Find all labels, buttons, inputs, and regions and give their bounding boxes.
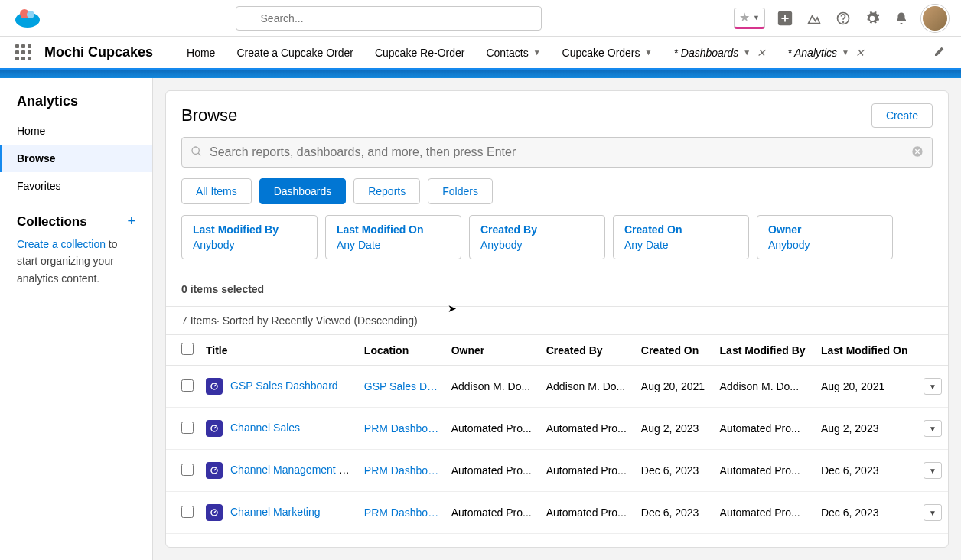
filter-chip-reports[interactable]: Reports — [353, 178, 420, 204]
table-row: Channel SalesPRM Dashboar...Automated Pr… — [166, 408, 948, 450]
item-title-link[interactable]: Channel Sales — [230, 422, 300, 434]
filter-created-on[interactable]: Created OnAny Date — [613, 215, 749, 259]
svg-point-7 — [843, 21, 844, 22]
sidebar-title: Analytics — [0, 93, 152, 117]
chevron-down-icon[interactable]: ▼ — [842, 48, 849, 57]
nav-tab-cupcake-re-order[interactable]: Cupcake Re-Order — [364, 37, 476, 68]
item-location-link[interactable]: GSP Sales Das... — [358, 366, 445, 408]
column-owner[interactable]: Owner — [445, 335, 540, 366]
favorites-menu[interactable]: ★ ▼ — [734, 8, 765, 29]
chevron-down-icon[interactable]: ▼ — [533, 48, 541, 57]
column-created-by[interactable]: Created By — [540, 335, 635, 366]
filter-created-by[interactable]: Created ByAnybody — [469, 215, 605, 259]
row-checkbox[interactable] — [181, 464, 194, 476]
trailhead-icon[interactable] — [805, 9, 823, 28]
filter-chip-folders[interactable]: Folders — [428, 178, 493, 204]
help-icon[interactable] — [834, 9, 852, 28]
cell-modified_on: Dec 6, 2023 — [815, 450, 917, 492]
app-launcher-icon[interactable] — [12, 42, 34, 63]
nav-tab-label: Home — [187, 47, 215, 59]
clear-search-icon[interactable] — [911, 145, 924, 161]
dashboard-icon — [206, 420, 223, 437]
svg-point-8 — [192, 147, 199, 154]
filter-label: Last Modified By — [193, 223, 306, 236]
notifications-icon[interactable] — [892, 9, 911, 28]
select-all-checkbox[interactable] — [181, 343, 194, 355]
cell-created_by: Automated Pro... — [540, 450, 635, 492]
table-row: Channel Management Ov...PRM Dashboar...A… — [166, 450, 948, 492]
global-search-input[interactable] — [236, 6, 542, 31]
sidebar-item-home[interactable]: Home — [0, 117, 152, 145]
svg-point-2 — [27, 11, 34, 18]
user-avatar[interactable] — [921, 5, 949, 32]
close-tab-icon[interactable]: ✕ — [855, 47, 865, 59]
filter-last-modified-by[interactable]: Last Modified ByAnybody — [181, 215, 318, 259]
nav-tab--dashboards[interactable]: * Dashboards▼✕ — [663, 37, 777, 68]
item-location-link[interactable]: PRM Dashboar... — [358, 450, 445, 492]
column-title[interactable]: Title — [200, 335, 358, 366]
salesforce-logo[interactable] — [12, 3, 43, 34]
row-checkbox[interactable] — [181, 422, 194, 434]
filter-value: Any Date — [624, 239, 738, 251]
add-collection-icon[interactable]: + — [127, 213, 135, 230]
settings-icon[interactable] — [863, 9, 881, 28]
item-title-link[interactable]: GSP Sales Dashboard — [230, 379, 338, 392]
column-created-on[interactable]: Created On — [635, 335, 714, 366]
cell-created_on: Dec 6, 2023 — [635, 492, 714, 534]
browse-search-input[interactable] — [181, 137, 933, 168]
nav-tab-home[interactable]: Home — [176, 37, 226, 68]
nav-tab-label: * Analytics — [787, 47, 837, 59]
row-actions-menu[interactable]: ▼ — [924, 462, 942, 479]
global-header: ★ ▼ — [0, 0, 961, 37]
close-tab-icon[interactable]: ✕ — [757, 47, 766, 59]
filter-chip-all-items[interactable]: All Items — [181, 178, 252, 204]
row-actions-menu[interactable]: ▼ — [924, 378, 942, 395]
edit-nav-icon[interactable] — [924, 45, 955, 60]
nav-tab-label: * Dashboards — [673, 47, 738, 59]
item-location-link[interactable]: PRM Dashboar... — [358, 408, 445, 450]
browse-panel: Browse Create All ItemsDashboardsReports… — [165, 90, 949, 548]
app-name: Mochi Cupcakes — [44, 44, 153, 60]
table-row: GSP Sales DashboardGSP Sales Das...Addis… — [166, 366, 948, 408]
blue-banner — [0, 70, 961, 78]
nav-tab--analytics[interactable]: * Analytics▼✕ — [777, 37, 875, 68]
chevron-down-icon[interactable]: ▼ — [645, 48, 653, 57]
cell-modified_by: Automated Pro... — [714, 492, 815, 534]
create-collection-link[interactable]: Create a collection — [17, 238, 106, 250]
filter-value: Anybody — [193, 239, 306, 251]
column-location[interactable]: Location — [358, 335, 445, 366]
column-last-modified-on[interactable]: Last Modified On — [815, 335, 917, 366]
chevron-down-icon: ▼ — [753, 14, 760, 21]
nav-tab-cupcake-orders[interactable]: Cupcake Orders▼ — [552, 37, 663, 68]
filter-chip-dashboards[interactable]: Dashboards — [259, 178, 347, 204]
filter-label: Created By — [480, 223, 594, 236]
filter-last-modified-on[interactable]: Last Modified OnAny Date — [325, 215, 461, 259]
filter-owner[interactable]: OwnerAnybody — [757, 215, 893, 259]
nav-tab-contacts[interactable]: Contacts▼ — [475, 37, 551, 68]
dashboard-icon — [206, 504, 223, 521]
row-checkbox[interactable] — [181, 506, 194, 518]
row-checkbox[interactable] — [181, 379, 194, 392]
dashboard-icon — [206, 378, 223, 395]
create-button[interactable]: Create — [871, 103, 933, 128]
cell-modified_on: Dec 6, 2023 — [815, 492, 917, 534]
sidebar-item-favorites[interactable]: Favorites — [0, 172, 152, 200]
cell-owner: Automated Pro... — [445, 450, 540, 492]
nav-tab-create-a-cupcake-order[interactable]: Create a Cupcake Order — [226, 37, 364, 68]
filter-label: Created On — [624, 223, 738, 236]
add-icon[interactable] — [776, 9, 794, 28]
item-title-link[interactable]: Channel Marketing — [230, 506, 321, 518]
chevron-down-icon[interactable]: ▼ — [743, 48, 751, 57]
row-actions-menu[interactable]: ▼ — [924, 420, 942, 437]
cell-created_by: Addison M. Do... — [540, 366, 635, 408]
item-title-link[interactable]: Channel Management Ov... — [230, 464, 358, 476]
column-last-modified-by[interactable]: Last Modified By — [714, 335, 815, 366]
sidebar-item-browse[interactable]: Browse — [0, 145, 152, 172]
svg-line-9 — [198, 153, 200, 155]
item-location-link[interactable]: PRM Dashboar... — [358, 492, 445, 534]
star-icon: ★ — [739, 10, 750, 24]
nav-tab-label: Contacts — [486, 47, 528, 59]
nav-tab-label: Cupcake Orders — [562, 47, 640, 59]
cell-created_by: Automated Pro... — [540, 492, 635, 534]
row-actions-menu[interactable]: ▼ — [924, 504, 942, 521]
